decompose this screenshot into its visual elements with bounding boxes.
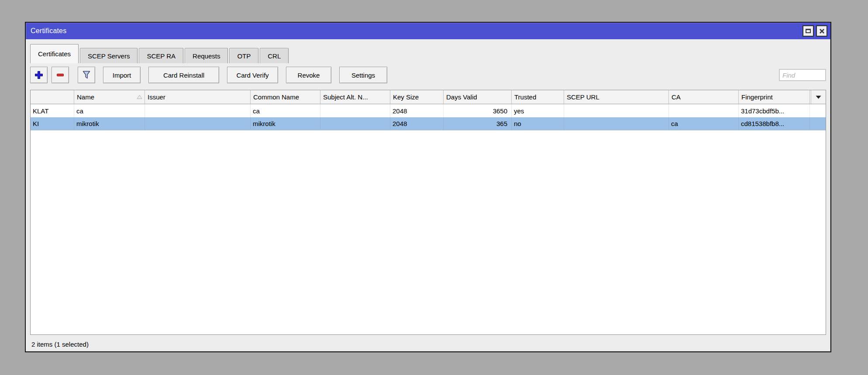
cell-filler (810, 104, 826, 117)
maximize-button[interactable] (803, 25, 814, 37)
table-row-klat-ca[interactable]: KLAT ca ca 2048 3650 yes 31d73cbdf5b... (31, 104, 826, 117)
minus-icon (55, 70, 65, 80)
column-header-flags[interactable] (31, 90, 74, 104)
tab-requests[interactable]: Requests (185, 48, 228, 63)
button-label: Revoke (298, 72, 320, 79)
cell-days-valid: 3650 (444, 104, 512, 117)
column-header-trusted[interactable]: Trusted (512, 90, 564, 104)
cell-key-size: 2048 (390, 104, 444, 117)
cell-name: mikrotik (74, 117, 145, 130)
column-label: Common Name (253, 93, 299, 101)
column-label: Key Size (393, 93, 419, 101)
title-bar[interactable]: Certificates (26, 23, 830, 39)
filter-button[interactable] (78, 67, 95, 83)
window-title: Certificates (31, 27, 800, 35)
cell-issuer (145, 117, 251, 130)
window-content: Certificates SCEP Servers SCEP RA Reques… (26, 39, 830, 351)
remove-button[interactable] (52, 67, 69, 83)
card-reinstall-button[interactable]: Card Reinstall (148, 67, 219, 83)
add-button[interactable] (30, 67, 48, 83)
cell-name: ca (74, 104, 145, 117)
table-body: KLAT ca ca 2048 3650 yes 31d73cbdf5b... … (31, 104, 826, 334)
certificates-table: Name Issuer Common Name Subject Alt. N..… (30, 90, 826, 335)
column-label: SCEP URL (567, 93, 599, 101)
cell-common-name: ca (251, 104, 320, 117)
maximize-icon (806, 29, 811, 33)
status-bar: 2 items (1 selected) (30, 335, 826, 351)
tab-label: Requests (193, 52, 220, 60)
item-count-text: 2 items (1 selected) (31, 341, 89, 348)
column-menu-button[interactable] (811, 90, 826, 104)
tab-strip: Certificates SCEP Servers SCEP RA Reques… (30, 43, 826, 63)
cell-scep-url (564, 104, 669, 117)
card-verify-button[interactable]: Card Verify (227, 67, 278, 83)
cell-subject-alt-name (320, 117, 390, 130)
close-icon (819, 28, 825, 34)
column-header-issuer[interactable]: Issuer (145, 90, 251, 104)
cell-flags: KI (31, 117, 74, 130)
sort-ascending-icon (137, 95, 142, 99)
cell-ca: ca (669, 117, 739, 130)
cell-common-name: mikrotik (251, 117, 320, 130)
cell-days-valid: 365 (444, 117, 512, 130)
cell-ca (669, 104, 739, 117)
column-header-days-valid[interactable]: Days Valid (444, 90, 512, 104)
tab-otp[interactable]: OTP (229, 48, 258, 63)
find-input[interactable] (779, 69, 826, 81)
column-header-common-name[interactable]: Common Name (251, 90, 320, 104)
button-label: Import (113, 72, 131, 79)
column-label: Name (77, 93, 94, 101)
cell-key-size: 2048 (390, 117, 444, 130)
column-header-name[interactable]: Name (74, 90, 145, 104)
cell-trusted: no (512, 117, 564, 130)
toolbar: Import Card Reinstall Card Verify Revoke… (30, 66, 826, 84)
table-row-ki-mikrotik[interactable]: KI mikrotik mikrotik 2048 365 no ca cd81… (31, 117, 826, 130)
settings-button[interactable]: Settings (339, 67, 387, 83)
column-label: Fingerprint (741, 93, 773, 101)
column-label: Issuer (148, 93, 165, 101)
cell-fingerprint: cd81538bfb8... (739, 117, 810, 130)
certificates-window: Certificates Certificates SCEP Servers S… (25, 22, 831, 352)
cell-scep-url (564, 117, 669, 130)
button-label: Settings (351, 72, 375, 79)
tab-label: CRL (268, 52, 281, 60)
cell-issuer (145, 104, 251, 117)
plus-icon (34, 70, 44, 80)
tab-crl[interactable]: CRL (260, 48, 289, 63)
cell-fingerprint: 31d73cbdf5b... (739, 104, 810, 117)
cell-flags: KLAT (31, 104, 74, 117)
column-label: Days Valid (446, 93, 477, 101)
cell-subject-alt-name (320, 104, 390, 117)
chevron-down-icon (816, 95, 821, 99)
funnel-icon (81, 70, 92, 80)
column-header-ca[interactable]: CA (669, 90, 739, 104)
column-header-fingerprint[interactable]: Fingerprint (739, 90, 810, 104)
cell-trusted: yes (512, 104, 564, 117)
button-label: Card Reinstall (163, 72, 204, 79)
table-header-row: Name Issuer Common Name Subject Alt. N..… (31, 90, 826, 104)
import-button[interactable]: Import (103, 67, 141, 83)
column-header-key-size[interactable]: Key Size (390, 90, 444, 104)
column-header-subject-alt-name[interactable]: Subject Alt. N... (320, 90, 390, 104)
column-label: Trusted (514, 93, 536, 101)
column-label: CA (672, 93, 681, 101)
revoke-button[interactable]: Revoke (286, 67, 331, 83)
cell-filler (810, 117, 826, 130)
tab-label: OTP (237, 52, 251, 60)
close-button[interactable] (816, 25, 827, 37)
tab-certificates[interactable]: Certificates (30, 44, 79, 63)
tab-label: SCEP Servers (88, 52, 130, 60)
tab-scep-ra[interactable]: SCEP RA (139, 48, 183, 63)
tab-label: SCEP RA (147, 52, 176, 60)
button-label: Card Verify (236, 72, 269, 79)
tab-scep-servers[interactable]: SCEP Servers (80, 48, 138, 63)
column-label: Subject Alt. N... (323, 93, 368, 101)
column-header-scep-url[interactable]: SCEP URL (564, 90, 669, 104)
tab-label: Certificates (38, 50, 71, 58)
